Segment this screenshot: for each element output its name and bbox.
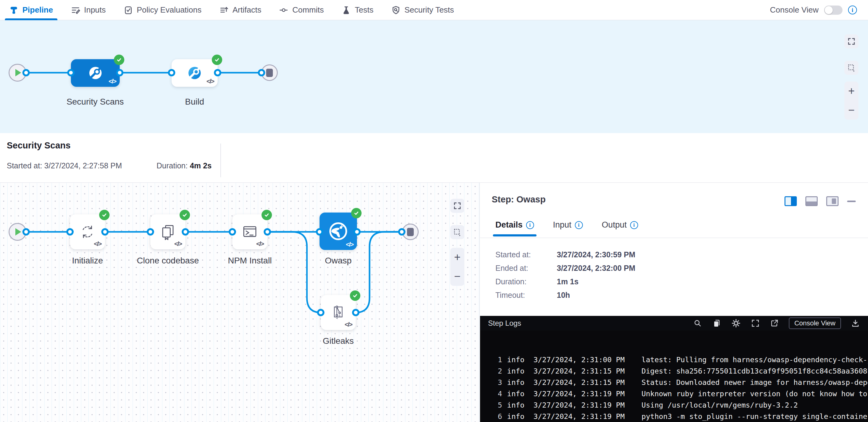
marquee-select-button[interactable]: [844, 61, 859, 75]
connector-port: [214, 69, 221, 76]
detail-label: Started at:: [495, 250, 557, 259]
step-node-gitleaks[interactable]: </>: [321, 295, 356, 330]
detail-row: Duration: 1m 1s: [495, 275, 636, 288]
commits-icon: [279, 5, 288, 15]
layout-float-icon[interactable]: [826, 196, 839, 206]
log-timestamp: 3/27/2024, 2:31:19 PM: [533, 412, 619, 421]
stage-node-build[interactable]: </>: [172, 59, 218, 87]
search-icon[interactable]: [693, 319, 702, 328]
stop-icon: [407, 228, 414, 236]
tab-label: Inputs: [84, 5, 106, 15]
layout-bottom-icon[interactable]: [805, 196, 818, 206]
info-icon[interactable]: i: [575, 221, 583, 229]
tab-tests[interactable]: Tests: [342, 0, 374, 20]
tab-pipeline[interactable]: Pipeline: [9, 0, 53, 20]
log-line: 3 info 3/27/2024, 2:31:15 PM Status: Dow…: [480, 377, 868, 388]
stage-graph-canvas: </> </> Security Scans Build +: [0, 20, 868, 133]
tab-label: Tests: [355, 5, 374, 15]
tests-icon: [342, 5, 351, 15]
tab-label: Details: [495, 220, 523, 230]
tab-commits[interactable]: Commits: [279, 0, 324, 20]
panel-layout-controls: [784, 196, 856, 206]
log-line: 4 info 3/27/2024, 2:31:19 PM Unknown rub…: [480, 388, 868, 399]
fullscreen-icon[interactable]: [751, 319, 760, 328]
code-icon: </>: [207, 77, 214, 85]
connector-port: [168, 69, 175, 76]
tab-label: Output: [602, 220, 627, 230]
log-level: info: [507, 378, 525, 387]
copy-icon[interactable]: [712, 319, 721, 328]
success-badge: [261, 210, 272, 220]
log-message: Using /usr/local/rvm/gems/ruby-3.2.2: [642, 401, 798, 410]
stage-node-label: Build: [185, 97, 204, 107]
security-tests-icon: [391, 5, 401, 15]
fill: [806, 201, 817, 205]
detail-label: Ended at:: [495, 264, 557, 273]
external-link-icon[interactable]: [770, 319, 779, 328]
layout-right-icon[interactable]: [784, 196, 797, 206]
expand-canvas-button[interactable]: [450, 199, 464, 213]
detail-row: Ended at: 3/27/2024, 2:32:00 PM: [495, 261, 636, 275]
tab-policy-evaluations[interactable]: Policy Evaluations: [124, 0, 202, 20]
zoom-out-button[interactable]: −: [848, 105, 855, 116]
success-badge: [212, 55, 222, 65]
log-line-number: 1: [497, 355, 502, 364]
step-node-npm-install[interactable]: </>: [232, 215, 267, 249]
tab-label: Pipeline: [22, 5, 53, 15]
code-icon: </>: [108, 77, 116, 85]
info-icon[interactable]: i: [630, 221, 638, 229]
zoom-out-button[interactable]: −: [454, 271, 460, 282]
step-node-label: Clone codebase: [137, 256, 199, 266]
step-details-panel: Step: Owasp Details i Input i Output i: [480, 183, 868, 422]
log-message: Status: Downloaded newer image for harne…: [642, 378, 868, 387]
connector-port: [116, 69, 123, 76]
active-tab-underline: [5, 19, 57, 20]
download-icon[interactable]: [851, 319, 860, 328]
step-node-initialize[interactable]: </>: [70, 215, 105, 249]
connector-port: [353, 228, 361, 235]
log-level: info: [507, 389, 525, 398]
pipeline-icon: [9, 5, 19, 15]
tab-label: Artifacts: [232, 5, 261, 15]
marquee-select-button[interactable]: [450, 225, 464, 239]
tab-inputs[interactable]: Inputs: [71, 0, 106, 20]
nav-tabs: Pipeline Inputs Policy Evaluations Art: [9, 0, 454, 20]
log-message: Unknown ruby interpreter version (do not…: [642, 389, 868, 398]
connector-port: [317, 309, 324, 316]
stage-node-security-scans[interactable]: </>: [71, 59, 120, 87]
step-panel-tabs: Details i Input i Output i: [495, 220, 638, 230]
owasp-icon: [328, 221, 349, 242]
fill: [791, 197, 796, 205]
minimize-icon[interactable]: [847, 201, 856, 202]
gitleaks-icon: [329, 304, 347, 321]
detail-value: 3/27/2024, 2:30:59 PM: [557, 250, 636, 259]
duration-label: Duration:: [157, 161, 188, 170]
expand-canvas-button[interactable]: [844, 34, 859, 48]
tab-input[interactable]: Input i: [553, 220, 583, 230]
step-logs-title: Step Logs: [488, 319, 521, 328]
zoom-in-button[interactable]: +: [454, 252, 460, 263]
log-timestamp: 3/27/2024, 2:31:15 PM: [533, 367, 619, 376]
fill: [832, 198, 836, 204]
stage-duration: Duration: 4m 2s: [157, 161, 212, 170]
success-badge: [351, 208, 362, 218]
log-level: info: [507, 412, 525, 421]
stage-title: Security Scans: [7, 140, 71, 151]
play-icon: [16, 228, 21, 235]
duration-value: 4m 2s: [190, 161, 212, 170]
console-view-info-icon[interactable]: i: [848, 5, 857, 14]
step-node-clone-codebase[interactable]: </>: [150, 215, 185, 249]
tab-output[interactable]: Output i: [602, 220, 638, 230]
gear-icon[interactable]: [731, 318, 741, 328]
step-node-owasp[interactable]: </>: [319, 213, 357, 250]
code-icon: </>: [174, 240, 182, 248]
tab-security-tests[interactable]: Security Tests: [391, 0, 454, 20]
tab-details[interactable]: Details i: [495, 220, 534, 230]
tab-label: Commits: [292, 5, 324, 15]
console-view-toggle[interactable]: [824, 5, 842, 15]
info-icon[interactable]: i: [526, 221, 534, 229]
tab-artifacts[interactable]: Artifacts: [219, 0, 261, 20]
console-view-button[interactable]: Console View: [789, 317, 841, 329]
zoom-in-button[interactable]: +: [848, 86, 855, 97]
step-node-label: Initialize: [72, 256, 103, 266]
